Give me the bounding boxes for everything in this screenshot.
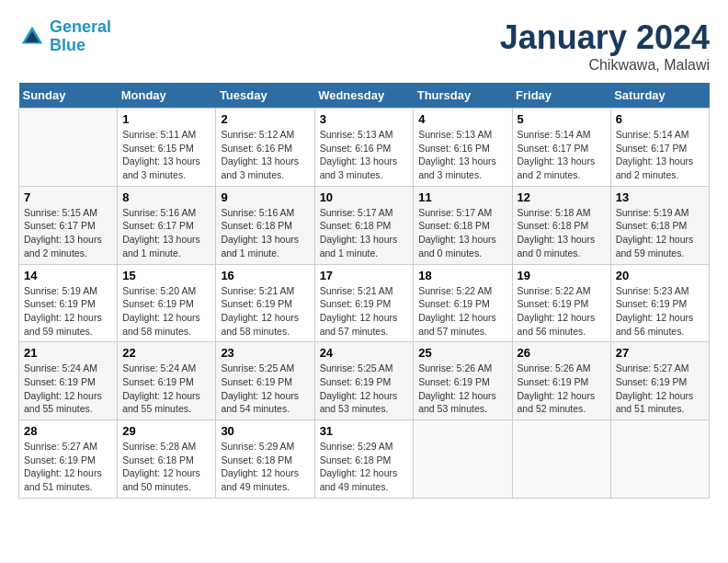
calendar-cell: 29Sunrise: 5:28 AMSunset: 6:18 PMDayligh… [118,420,216,499]
day-number: 12 [518,190,606,204]
cell-detail: Sunrise: 5:16 AMSunset: 6:17 PMDaylight:… [122,206,210,260]
calendar-cell: 1Sunrise: 5:11 AMSunset: 6:15 PMDaylight… [118,109,216,187]
day-number: 21 [24,346,112,360]
day-number: 6 [616,112,704,126]
cell-detail: Sunrise: 5:29 AMSunset: 6:18 PMDaylight:… [221,440,309,494]
day-number: 17 [320,269,409,282]
day-number: 20 [616,269,704,282]
day-header-saturday: Saturday [610,83,709,109]
day-number: 19 [518,269,606,282]
calendar-cell [512,420,610,499]
page-header: General Blue January 2024 Chikwawa, Mala… [18,18,710,74]
calendar-cell: 26Sunrise: 5:26 AMSunset: 6:19 PMDayligh… [512,342,610,420]
cell-detail: Sunrise: 5:25 AMSunset: 6:19 PMDaylight:… [320,362,409,416]
day-number: 25 [418,346,506,360]
cell-detail: Sunrise: 5:13 AMSunset: 6:16 PMDaylight:… [320,128,409,182]
logo: General Blue [18,18,111,55]
cell-detail: Sunrise: 5:28 AMSunset: 6:18 PMDaylight:… [122,440,210,494]
day-number: 5 [518,112,606,126]
day-header-tuesday: Tuesday [216,83,314,109]
day-header-sunday: Sunday [19,83,118,109]
week-row-0: 1Sunrise: 5:11 AMSunset: 6:15 PMDaylight… [19,109,710,187]
cell-detail: Sunrise: 5:13 AMSunset: 6:16 PMDaylight:… [418,128,506,182]
calendar-cell: 28Sunrise: 5:27 AMSunset: 6:19 PMDayligh… [19,420,118,499]
calendar-cell [610,420,709,499]
cell-detail: Sunrise: 5:15 AMSunset: 6:17 PMDaylight:… [24,206,112,260]
cell-detail: Sunrise: 5:26 AMSunset: 6:19 PMDaylight:… [418,362,506,416]
calendar-cell: 8Sunrise: 5:16 AMSunset: 6:17 PMDaylight… [118,186,216,264]
cell-detail: Sunrise: 5:24 AMSunset: 6:19 PMDaylight:… [24,362,112,416]
calendar-cell: 5Sunrise: 5:14 AMSunset: 6:17 PMDaylight… [512,109,610,187]
day-number: 29 [122,424,210,438]
logo-line1: General [50,17,111,36]
cell-detail: Sunrise: 5:29 AMSunset: 6:18 PMDaylight:… [320,440,409,494]
subtitle: Chikwawa, Malawi [500,57,710,74]
calendar-cell: 15Sunrise: 5:20 AMSunset: 6:19 PMDayligh… [118,264,216,342]
day-number: 27 [616,346,704,360]
day-number: 4 [418,112,506,126]
title-block: January 2024 Chikwawa, Malawi [500,18,710,74]
day-number: 15 [122,269,210,282]
calendar-cell: 22Sunrise: 5:24 AMSunset: 6:19 PMDayligh… [118,342,216,420]
calendar-cell: 19Sunrise: 5:22 AMSunset: 6:19 PMDayligh… [512,264,610,342]
cell-detail: Sunrise: 5:22 AMSunset: 6:19 PMDaylight:… [418,284,506,339]
day-number: 30 [221,424,309,438]
day-number: 3 [320,112,409,126]
calendar-cell: 16Sunrise: 5:21 AMSunset: 6:19 PMDayligh… [216,264,314,342]
day-number: 24 [320,346,409,360]
calendar-cell [19,109,118,187]
cell-detail: Sunrise: 5:16 AMSunset: 6:18 PMDaylight:… [221,206,309,260]
calendar-cell: 7Sunrise: 5:15 AMSunset: 6:17 PMDaylight… [19,186,118,264]
calendar-cell: 25Sunrise: 5:26 AMSunset: 6:19 PMDayligh… [414,342,512,420]
day-number: 31 [320,424,409,438]
day-header-monday: Monday [118,83,216,109]
calendar-cell: 10Sunrise: 5:17 AMSunset: 6:18 PMDayligh… [314,186,414,264]
cell-detail: Sunrise: 5:12 AMSunset: 6:16 PMDaylight:… [221,128,309,182]
calendar-cell: 30Sunrise: 5:29 AMSunset: 6:18 PMDayligh… [216,420,314,499]
day-number: 28 [24,424,112,438]
calendar-cell: 21Sunrise: 5:24 AMSunset: 6:19 PMDayligh… [19,342,118,420]
day-number: 8 [122,190,210,204]
week-row-2: 14Sunrise: 5:19 AMSunset: 6:19 PMDayligh… [19,264,710,342]
cell-detail: Sunrise: 5:14 AMSunset: 6:17 PMDaylight:… [616,128,704,182]
cell-detail: Sunrise: 5:20 AMSunset: 6:19 PMDaylight:… [122,284,210,339]
cell-detail: Sunrise: 5:11 AMSunset: 6:15 PMDaylight:… [122,128,210,182]
calendar-cell: 12Sunrise: 5:18 AMSunset: 6:18 PMDayligh… [512,186,610,264]
day-number: 26 [518,346,606,360]
calendar-table: SundayMondayTuesdayWednesdayThursdayFrid… [18,83,710,499]
day-number: 7 [24,190,112,204]
day-header-wednesday: Wednesday [314,83,414,109]
day-number: 2 [221,112,309,126]
calendar-cell: 31Sunrise: 5:29 AMSunset: 6:18 PMDayligh… [314,420,414,499]
cell-detail: Sunrise: 5:23 AMSunset: 6:19 PMDaylight:… [616,284,704,339]
day-number: 16 [221,269,309,282]
cell-detail: Sunrise: 5:21 AMSunset: 6:19 PMDaylight:… [221,284,309,339]
cell-detail: Sunrise: 5:22 AMSunset: 6:19 PMDaylight:… [518,284,606,339]
logo-icon [18,23,46,51]
cell-detail: Sunrise: 5:27 AMSunset: 6:19 PMDaylight:… [616,362,704,416]
cell-detail: Sunrise: 5:25 AMSunset: 6:19 PMDaylight:… [221,362,309,416]
calendar-cell: 4Sunrise: 5:13 AMSunset: 6:16 PMDaylight… [414,109,512,187]
day-number: 10 [320,190,409,204]
day-header-thursday: Thursday [414,83,512,109]
calendar-cell: 11Sunrise: 5:17 AMSunset: 6:18 PMDayligh… [414,186,512,264]
week-row-3: 21Sunrise: 5:24 AMSunset: 6:19 PMDayligh… [19,342,710,420]
cell-detail: Sunrise: 5:26 AMSunset: 6:19 PMDaylight:… [518,362,606,416]
cell-detail: Sunrise: 5:14 AMSunset: 6:17 PMDaylight:… [518,128,606,182]
day-number: 18 [418,269,506,282]
day-number: 23 [221,346,309,360]
calendar-cell: 23Sunrise: 5:25 AMSunset: 6:19 PMDayligh… [216,342,314,420]
cell-detail: Sunrise: 5:19 AMSunset: 6:18 PMDaylight:… [616,206,704,260]
cell-detail: Sunrise: 5:17 AMSunset: 6:18 PMDaylight:… [418,206,506,260]
day-number: 13 [616,190,704,204]
calendar-cell: 14Sunrise: 5:19 AMSunset: 6:19 PMDayligh… [19,264,118,342]
cell-detail: Sunrise: 5:27 AMSunset: 6:19 PMDaylight:… [24,440,112,494]
calendar-cell: 20Sunrise: 5:23 AMSunset: 6:19 PMDayligh… [610,264,709,342]
cell-detail: Sunrise: 5:18 AMSunset: 6:18 PMDaylight:… [518,206,606,260]
calendar-cell: 2Sunrise: 5:12 AMSunset: 6:16 PMDaylight… [216,109,314,187]
week-row-4: 28Sunrise: 5:27 AMSunset: 6:19 PMDayligh… [19,420,710,499]
calendar-cell: 17Sunrise: 5:21 AMSunset: 6:19 PMDayligh… [314,264,414,342]
month-title: January 2024 [500,18,710,57]
cell-detail: Sunrise: 5:19 AMSunset: 6:19 PMDaylight:… [24,284,112,339]
cell-detail: Sunrise: 5:24 AMSunset: 6:19 PMDaylight:… [122,362,210,416]
